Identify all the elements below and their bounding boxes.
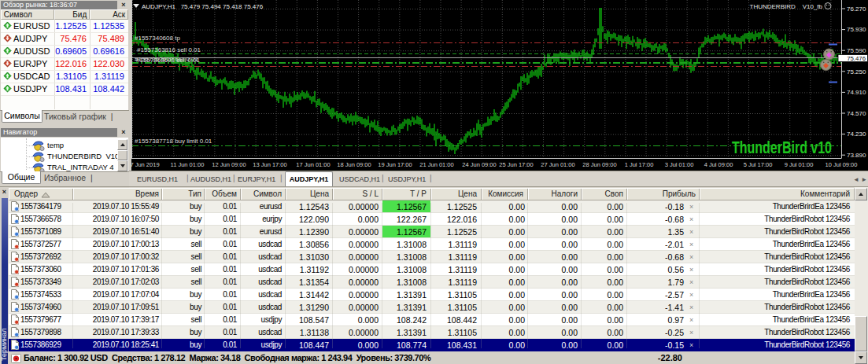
- svg-text:74.570: 74.570: [847, 110, 866, 117]
- svg-text:76.270: 76.270: [847, 6, 866, 13]
- svg-text:27 Jun 01:00: 27 Jun 01:00: [541, 161, 574, 168]
- svg-text:9 Jul 01:00: 9 Jul 01:00: [785, 161, 814, 168]
- svg-text:19 Jun 17:00: 19 Jun 17:00: [378, 161, 412, 168]
- svg-text:25 Jun 17:00: 25 Jun 17:00: [499, 161, 533, 168]
- svg-text:#1557363816 sell 0.01: #1557363816 sell 0.01: [137, 46, 201, 53]
- svg-text:ThunderBird v10: ThunderBird v10: [732, 138, 832, 157]
- svg-text:21 Jun 01:00: 21 Jun 01:00: [419, 161, 453, 168]
- svg-text:75.590: 75.590: [847, 47, 866, 54]
- svg-text:3 Jul 01:00: 3 Jul 01:00: [665, 161, 694, 168]
- svg-text:1 Jul 17:00: 1 Jul 17:00: [625, 161, 654, 168]
- svg-text:75.930: 75.930: [847, 26, 866, 33]
- svg-text:28 Jun 09:00: 28 Jun 09:00: [582, 161, 616, 168]
- svg-text:4 Jul 09:00: 4 Jul 09:00: [704, 161, 733, 168]
- svg-text:73.890: 73.890: [847, 152, 866, 159]
- svg-text:AUDJPY,H1 75.479 75.494 75.4: AUDJPY,H1 75.479 75.494 75.418 75.476: [142, 3, 264, 10]
- svg-text:10 Jul 09:00: 10 Jul 09:00: [826, 161, 858, 168]
- svg-text:13 Jun 17:00: 13 Jun 17:00: [253, 161, 286, 168]
- svg-text:THUNDERBIRD V10_fb: THUNDERBIRD V10_fb: [750, 3, 823, 10]
- svg-text:74.910: 74.910: [847, 89, 866, 96]
- svg-text:12 Jun 09:00: 12 Jun 09:00: [212, 161, 246, 168]
- svg-text:5 Jul 17:00: 5 Jul 17:00: [744, 161, 773, 168]
- svg-text:11 Jun 01:00: 11 Jun 01:00: [171, 161, 205, 168]
- svg-text:17 Jun 01:00: 17 Jun 01:00: [296, 161, 330, 168]
- svg-text:#1557387718 buy limit 0.01: #1557387718 buy limit 0.01: [135, 138, 212, 145]
- svg-text:75.250: 75.250: [847, 68, 866, 75]
- svg-text:7 Jun 2019: 7 Jun 2019: [131, 161, 160, 168]
- svg-text:75.476: 75.476: [847, 55, 866, 62]
- svg-text:74.230: 74.230: [847, 131, 866, 138]
- svg-text:#1557363693 sell 0.01: #1557363693 sell 0.01: [136, 57, 201, 64]
- svg-text:#1557340608 tp: #1557340608 tp: [135, 35, 180, 42]
- svg-text:18 Jun 09:00: 18 Jun 09:00: [337, 161, 371, 168]
- svg-text:24 Jun 09:00: 24 Jun 09:00: [462, 161, 496, 168]
